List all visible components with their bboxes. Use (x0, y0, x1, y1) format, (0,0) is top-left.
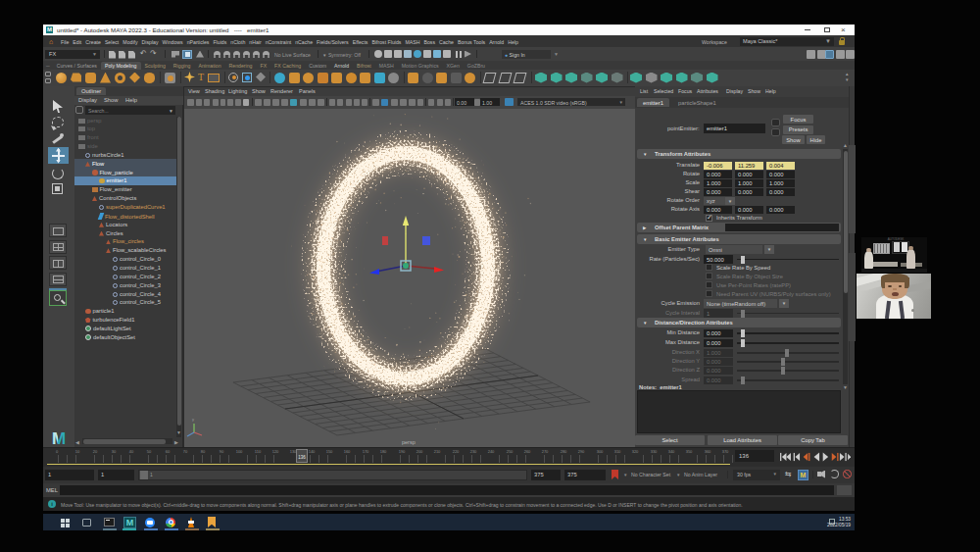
svg-text:persp: persp (402, 439, 416, 445)
svg-text:y: y (192, 417, 194, 422)
